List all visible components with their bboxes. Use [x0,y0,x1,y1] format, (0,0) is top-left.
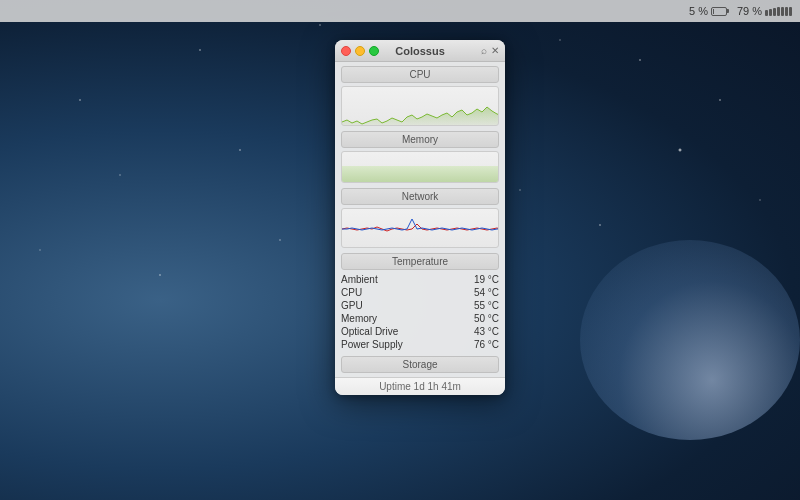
temp-value: 43 °C [453,325,499,338]
battery-right-icon [765,7,792,16]
temp-value: 55 °C [453,299,499,312]
network-label: Network [341,188,499,205]
temperature-label: Temperature [341,253,499,270]
storage-button[interactable]: Storage [341,356,499,373]
temp-value: 54 °C [453,286,499,299]
temp-name: Optical Drive [341,325,453,338]
temp-table-row: CPU54 °C [341,286,499,299]
battery-right-label: 79 % [737,5,762,17]
colossus-widget: Colossus ⌕ ✕ CPU Memory [335,40,505,395]
widget-content: CPU Memory Network [335,62,505,395]
temp-table-row: Memory50 °C [341,312,499,325]
minimize-button[interactable] [355,46,365,56]
menubar: 5 % 79 % [0,0,800,22]
cloud-right [580,240,800,440]
window-controls [341,46,379,56]
cpu-chart-svg [342,87,499,126]
battery-left-icon [711,7,729,16]
memory-chart [341,151,499,183]
temp-table-row: Power Supply76 °C [341,338,499,351]
network-chart [341,208,499,248]
temp-value: 19 °C [453,273,499,286]
memory-label: Memory [341,131,499,148]
close-icon[interactable]: ✕ [491,45,499,56]
temp-table-row: Optical Drive43 °C [341,325,499,338]
temp-value: 50 °C [453,312,499,325]
battery-right: 79 % [737,5,792,17]
uptime-bar: Uptime 1d 1h 41m [335,377,505,395]
close-button[interactable] [341,46,351,56]
temp-name: Ambient [341,273,453,286]
cpu-chart [341,86,499,126]
battery-left-label: 5 % [689,5,708,17]
memory-fill [342,166,498,183]
search-icon[interactable]: ⌕ [481,45,487,56]
temp-name: CPU [341,286,453,299]
window-title: Colossus [395,45,445,57]
window-titlebar: Colossus ⌕ ✕ [335,40,505,62]
battery-left: 5 % [689,5,729,17]
temp-name: GPU [341,299,453,312]
temp-name: Memory [341,312,453,325]
temp-table-row: GPU55 °C [341,299,499,312]
cpu-label: CPU [341,66,499,83]
maximize-button[interactable] [369,46,379,56]
network-chart-svg [342,209,499,248]
temp-value: 76 °C [453,338,499,351]
temp-name: Power Supply [341,338,453,351]
temperature-table: Ambient19 °CCPU54 °CGPU55 °CMemory50 °CO… [341,273,499,351]
window-actions: ⌕ ✕ [481,45,499,56]
temp-table-row: Ambient19 °C [341,273,499,286]
